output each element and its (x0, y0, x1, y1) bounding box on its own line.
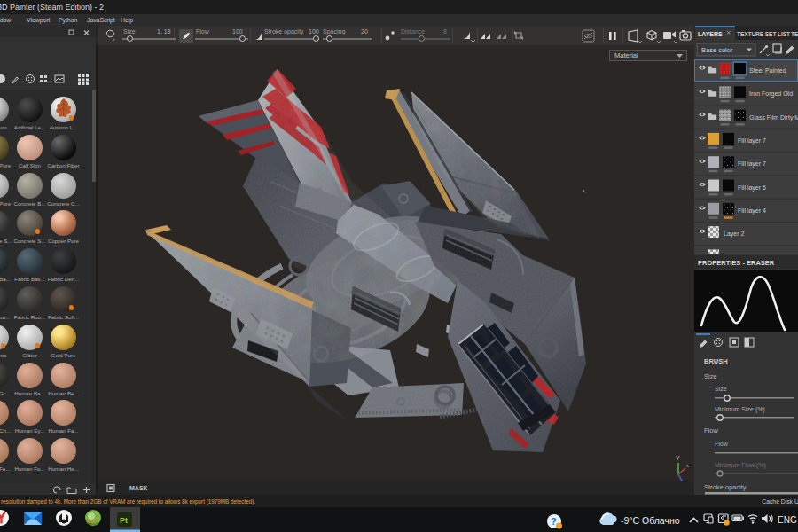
svg-text:Fill layer 7: Fill layer 7 (738, 160, 766, 168)
svg-text:Minimum Size (%): Minimum Size (%) (715, 406, 765, 413)
svg-text:x: x (686, 463, 689, 468)
svg-text:ENG: ENG (778, 515, 797, 525)
svg-text:Size: Size (715, 386, 727, 392)
svg-text:Layer 2: Layer 2 (724, 231, 744, 238)
svg-text:Fill layer 6: Fill layer 6 (738, 184, 766, 192)
svg-text:Iron Forged Old: Iron Forged Old (749, 90, 793, 98)
svg-text:Flow: Flow (715, 441, 729, 447)
svg-text:Flow: Flow (704, 426, 718, 434)
svg-text:Size: Size (704, 372, 717, 380)
svg-text:TEX: TEX (791, 31, 798, 37)
svg-text:Stroke opacity: Stroke opacity (704, 483, 747, 491)
svg-text:Glass Film Dirty Mirro: Glass Film Dirty Mirro (749, 114, 798, 121)
svg-text:?: ? (551, 516, 557, 527)
svg-text:TEXTURE SET LIST: TEXTURE SET LIST (737, 31, 790, 37)
svg-text:Steel Painted: Steel Painted (749, 67, 786, 74)
svg-text:Fill layer 7: Fill layer 7 (738, 137, 766, 145)
svg-text:Base color: Base color (701, 46, 733, 54)
svg-text:Minimum Flow (%): Minimum Flow (%) (715, 462, 766, 469)
svg-text:PROPERTIES - ERASER: PROPERTIES - ERASER (698, 259, 775, 267)
svg-text:Fill layer 4: Fill layer 4 (738, 207, 766, 215)
svg-text:LAYERS: LAYERS (698, 31, 723, 37)
svg-text:BRUSH: BRUSH (704, 357, 728, 365)
svg-text:-9°C Облачно: -9°C Облачно (621, 515, 680, 526)
svg-text:Pt: Pt (120, 516, 128, 525)
svg-text:Y: Y (676, 455, 680, 461)
